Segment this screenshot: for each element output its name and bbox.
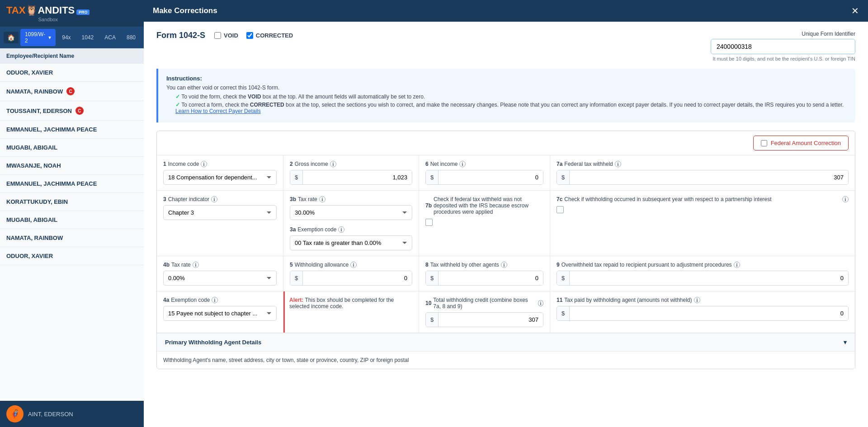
cell-tax-rate-3b: 3b Tax rate ℹ 30.00% 3a Exemption	[283, 191, 419, 256]
federal-btn-row: Federal Amount Correction	[157, 131, 855, 155]
gross-income-label: 2 Gross income ℹ	[290, 161, 412, 167]
overwithheld-info-icon[interactable]: ℹ	[734, 262, 740, 268]
federal-amount-correction-button[interactable]: Federal Amount Correction	[753, 136, 849, 150]
tax-other-agents-info-icon[interactable]: ℹ	[501, 262, 507, 268]
4a-exemption-select[interactable]: 15 Payee not subject to chapter ...	[163, 306, 277, 321]
sidebar-item-3[interactable]: EMMANUEL, JACHIMMA PEACE	[0, 121, 144, 139]
sidebar-item-0[interactable]: ODUOR, XAVIER	[0, 64, 144, 82]
chapter-indicator-select[interactable]: Chapter 3	[163, 205, 277, 220]
sidebar-item-1[interactable]: NAMATA, RAINBOW C	[0, 82, 144, 101]
sidebar-item-name: TOUSSAINT, EDERSON	[6, 108, 72, 114]
federal-btn-label: Federal Amount Correction	[771, 140, 841, 146]
income-code-info-icon[interactable]: ℹ	[201, 161, 207, 167]
income-code-select[interactable]: 18 Compensation for dependent...	[163, 170, 277, 185]
4b-tax-rate-select[interactable]: 0.00%	[163, 271, 277, 286]
net-dollar-sign: $	[426, 170, 439, 184]
chevron-down-icon: ▾	[844, 339, 847, 346]
4a-exemption-info-icon[interactable]: ℹ	[212, 297, 218, 303]
corrected-checkbox[interactable]	[246, 32, 253, 39]
instruction-correct: To correct a form, check the CORRECTED b…	[174, 102, 847, 114]
user-avatar: 🦸	[6, 405, 24, 422]
sidebar-item-6[interactable]: EMMANUEL, JACHIMMA PEACE	[0, 175, 144, 193]
federal-tax-info-icon[interactable]: ℹ	[615, 161, 621, 167]
primary-agent-row[interactable]: Primary Withholding Agent Details ▾	[157, 333, 855, 351]
tax-rate-3b-info-icon[interactable]: ℹ	[319, 196, 326, 202]
unique-id-input[interactable]	[711, 39, 855, 54]
nav-94x[interactable]: 94x	[57, 32, 75, 43]
withholding-allowance-input[interactable]	[303, 271, 412, 285]
sandbox-label: Sandbox	[6, 17, 90, 22]
gross-income-input[interactable]	[303, 170, 412, 184]
income-code-label: 1 Income code ℹ	[163, 161, 277, 167]
logo-text: TAX🦉ANDITS	[6, 5, 75, 16]
sidebar-item-4[interactable]: MUGABI, ABIGAIL	[0, 139, 144, 157]
nav-1099-w2[interactable]: 1099/W-2 ▾	[20, 29, 56, 46]
withholding-allowance-label: 5 Withholding allowance ℹ	[290, 262, 412, 268]
nav-880[interactable]: 880	[122, 32, 140, 43]
void-checkbox[interactable]	[214, 32, 221, 39]
withholding-allowance-info-icon[interactable]: ℹ	[350, 262, 357, 268]
sidebar-item-name: MUGABI, ABIGAIL	[6, 216, 57, 223]
cell-check-7c: 7c Check if withholding occurred in subs…	[550, 191, 855, 256]
form-row-2: 3 Chapter indicator ℹ Chapter 3 3b Ta	[157, 191, 855, 256]
tax-other-agents-input-wrap: $	[425, 271, 543, 286]
instructions-intro: You can either void or correct this 1042…	[166, 84, 847, 91]
ow-dollar-sign: $	[557, 271, 570, 285]
gross-income-info-icon[interactable]: ℹ	[330, 161, 336, 167]
sidebar-item-10[interactable]: ODUOR, XAVIER	[0, 247, 144, 265]
chapter-info-icon[interactable]: ℹ	[211, 196, 217, 202]
federal-correction-checkbox[interactable]	[761, 140, 767, 146]
sidebar-item-2[interactable]: TOUSSAINT, EDERSON C	[0, 101, 144, 121]
void-corrected-area: VOID CORRECTED	[214, 32, 293, 39]
wa-dollar-sign: $	[290, 271, 303, 285]
unique-id-hint: It must be 10 digits, and not be the rec…	[712, 56, 855, 61]
tax-paid-agent-input-wrap: $	[557, 306, 849, 321]
tax-other-agents-label: 8 Tax withheld by other agents ℹ	[425, 262, 543, 268]
dropdown-arrow-icon: ▾	[48, 34, 51, 41]
sidebar: TAX🦉ANDITS PRO Sandbox 🏠 1099/W-2 ▾ 94x …	[0, 0, 144, 427]
sidebar-item-name: ODUOR, XAVIER	[6, 253, 53, 259]
tax-paid-agent-input[interactable]	[570, 306, 848, 320]
cell-net-income: 6 Net income ℹ $	[419, 155, 550, 190]
tax-paid-agent-info-icon[interactable]: ℹ	[694, 297, 700, 303]
nav-1042[interactable]: 1042	[77, 32, 99, 43]
sidebar-item-8[interactable]: MUGABI, ABIGAIL	[0, 211, 144, 229]
sidebar-item-5[interactable]: MWASANJE, NOAH	[0, 157, 144, 175]
unique-id-label: Unique Form Identifier	[802, 31, 855, 37]
form-row-1: 1 Income code ℹ 18 Compensation for depe…	[157, 155, 855, 191]
federal-tax-input[interactable]	[570, 170, 848, 184]
sidebar-item-name: NAMATA, RAINBOW	[6, 235, 63, 241]
form-title: Form 1042-S	[156, 31, 205, 40]
overwithheld-input[interactable]	[570, 271, 848, 285]
footer-user-name: AINT, EDERSON	[28, 411, 73, 418]
4b-tax-rate-info-icon[interactable]: ℹ	[193, 262, 199, 268]
exemption-code-3a-info-icon[interactable]: ℹ	[338, 226, 344, 233]
total-withholding-info-icon[interactable]: ℹ	[538, 300, 543, 306]
agent-footer: Withholding Agent's name, street address…	[157, 351, 855, 369]
modal-title: Make Corrections	[153, 6, 217, 15]
total-withholding-input[interactable]	[439, 313, 543, 327]
corrected-checkbox-label[interactable]: CORRECTED	[246, 32, 293, 39]
exemption-code-3a-select[interactable]: 00 Tax rate is greater than 0.00%	[290, 235, 412, 250]
check-7c-info-icon[interactable]: ℹ	[842, 196, 849, 202]
tax-rate-3b-select[interactable]: 30.00%	[290, 205, 412, 220]
form-grid: Federal Amount Correction 1 Income code …	[156, 131, 855, 369]
net-income-input[interactable]	[439, 170, 543, 184]
modal-close-button[interactable]: ✕	[851, 6, 859, 15]
sidebar-item-9[interactable]: NAMATA, RAINBOW	[0, 229, 144, 247]
payer-details-link[interactable]: Learn How to Correct Payer Details	[175, 108, 261, 114]
corrected-label: CORRECTED	[256, 32, 293, 39]
logo-area: TAX🦉ANDITS PRO Sandbox	[6, 5, 90, 22]
cell-federal-tax: 7a Federal tax withheld ℹ $	[550, 155, 855, 190]
tax-other-agents-input[interactable]	[439, 271, 543, 285]
form-row-3: 4b Tax rate ℹ 0.00% 5 Withholding allowa…	[157, 256, 855, 291]
home-button[interactable]: 🏠	[4, 32, 19, 43]
check-7c-checkbox[interactable]	[557, 206, 564, 213]
check-7b-checkbox[interactable]	[425, 219, 433, 226]
net-income-info-icon[interactable]: ℹ	[459, 161, 466, 167]
nav-aca[interactable]: ACA	[100, 32, 120, 43]
sidebar-item-7[interactable]: KORATTUKUDY, EBIN	[0, 193, 144, 211]
cell-gross-income: 2 Gross income ℹ $	[283, 155, 419, 190]
void-checkbox-label[interactable]: VOID	[214, 32, 238, 39]
make-corrections-modal: Make Corrections ✕ Form 1042-S VOID CORR…	[144, 0, 868, 427]
